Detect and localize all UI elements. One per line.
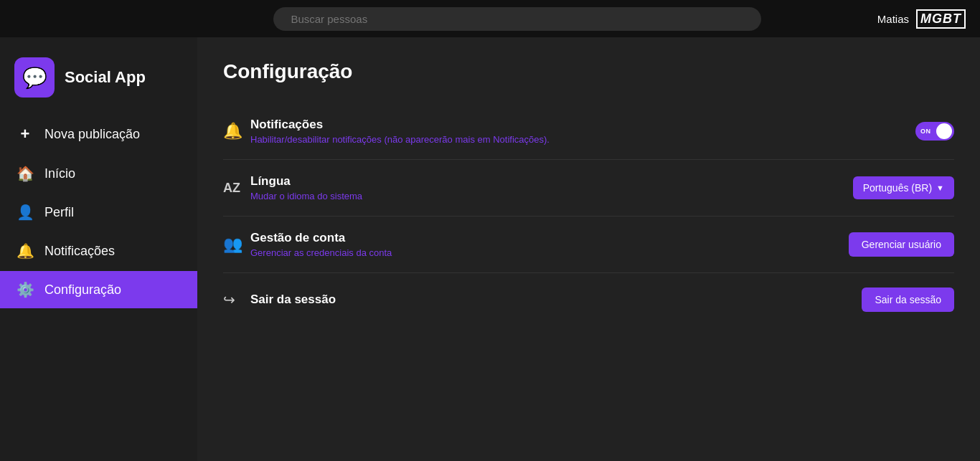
language-info: Língua Mudar o idioma do sistema xyxy=(250,174,853,201)
brand-icon: 💬 xyxy=(14,57,55,98)
topbar-user: Matias MGBT xyxy=(877,9,966,29)
notifications-action: ON xyxy=(915,122,954,141)
settings-row-notifications: 🔔 Notificações Habilitar/desabilitar not… xyxy=(223,103,954,160)
account-desc: Gerenciar as credenciais da conta xyxy=(250,247,849,258)
sidebar-item-nova-publicacao[interactable]: + Nova publicação xyxy=(0,115,197,153)
logout-icon: ↪ xyxy=(223,291,250,308)
bell-icon: 🔔 xyxy=(16,242,34,260)
chevron-down-icon: ▼ xyxy=(936,184,944,192)
topbar-username: Matias xyxy=(877,13,909,25)
notifications-info: Notificações Habilitar/desabilitar notif… xyxy=(250,118,915,145)
user-icon: 👤 xyxy=(16,204,34,221)
account-action: Gerenciar usuário xyxy=(849,232,954,257)
toggle-thumb xyxy=(936,123,952,139)
brand-name: Social App xyxy=(65,68,146,87)
manage-user-button[interactable]: Gerenciar usuário xyxy=(849,232,954,257)
account-label: Gestão de conta xyxy=(250,231,849,245)
sidebar-item-label: Perfil xyxy=(44,205,74,220)
topbar: Matias MGBT xyxy=(0,0,980,37)
toggle-on-label: ON xyxy=(920,128,931,135)
sidebar-item-inicio[interactable]: 🏠 Início xyxy=(0,155,197,192)
search-wrap xyxy=(158,7,877,31)
plus-icon: + xyxy=(16,125,34,143)
settings-row-logout: ↪ Sair da sessão Sair da sessão xyxy=(223,273,954,326)
logout-label: Sair da sessão xyxy=(250,293,862,307)
sidebar-item-perfil[interactable]: 👤 Perfil xyxy=(0,194,197,231)
settings-row-account: 👥 Gestão de conta Gerenciar as credencia… xyxy=(223,217,954,273)
gear-icon: ⚙️ xyxy=(16,281,34,298)
sidebar-item-label: Configuração xyxy=(44,282,121,298)
language-desc: Mudar o idioma do sistema xyxy=(250,191,853,201)
account-info: Gestão de conta Gerenciar as credenciais… xyxy=(250,231,849,258)
language-dropdown[interactable]: Português (BR) ▼ xyxy=(853,176,954,199)
content-area: Configuração 🔔 Notificações Habilitar/de… xyxy=(197,37,980,461)
notifications-toggle[interactable]: ON xyxy=(915,122,954,141)
sidebar: 💬 Social App + Nova publicação 🏠 Início … xyxy=(0,37,197,461)
sidebar-item-label: Notificações xyxy=(44,244,115,259)
sidebar-nav: + Nova publicação 🏠 Início 👤 Perfil 🔔 No… xyxy=(0,115,197,308)
logout-action: Sair da sessão xyxy=(862,287,954,312)
language-label: Língua xyxy=(250,174,853,189)
brand-logo: MGBT xyxy=(916,9,966,29)
sidebar-item-configuracao[interactable]: ⚙️ Configuração xyxy=(0,271,197,308)
sidebar-item-label: Nova publicação xyxy=(44,127,140,142)
sidebar-item-label: Início xyxy=(44,166,75,181)
account-icon: 👥 xyxy=(223,235,250,254)
logout-info: Sair da sessão xyxy=(250,293,862,307)
language-action: Português (BR) ▼ xyxy=(853,176,954,199)
notifications-icon: 🔔 xyxy=(223,122,250,141)
page-title: Configuração xyxy=(223,60,954,83)
sidebar-item-notificacoes[interactable]: 🔔 Notificações xyxy=(0,232,197,270)
language-icon: AZ xyxy=(223,181,250,196)
notifications-desc: Habilitar/desabilitar notificações (não … xyxy=(250,134,915,145)
logout-button[interactable]: Sair da sessão xyxy=(862,287,954,312)
search-input[interactable] xyxy=(273,7,761,31)
main-layout: 💬 Social App + Nova publicação 🏠 Início … xyxy=(0,37,980,461)
sidebar-brand: 💬 Social App xyxy=(0,44,197,115)
settings-row-language: AZ Língua Mudar o idioma do sistema Port… xyxy=(223,160,954,217)
home-icon: 🏠 xyxy=(16,165,34,182)
language-value: Português (BR) xyxy=(863,182,932,194)
notifications-label: Notificações xyxy=(250,118,915,132)
